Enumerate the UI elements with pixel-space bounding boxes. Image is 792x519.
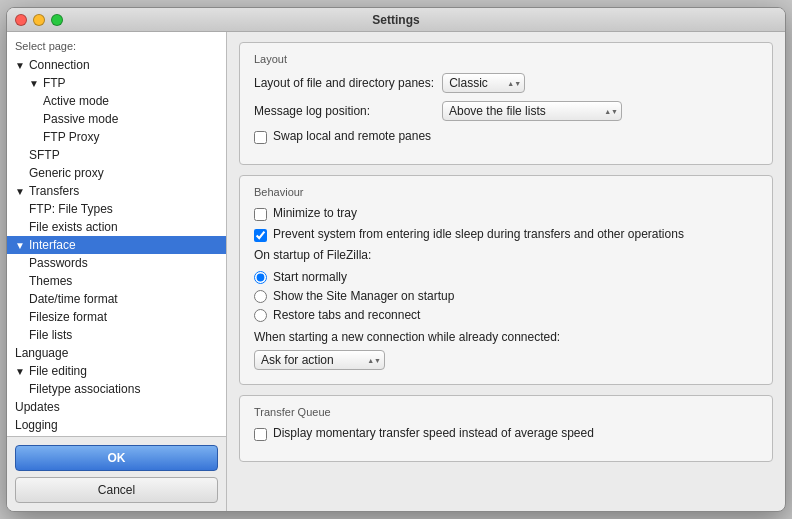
window-title: Settings	[372, 13, 419, 27]
message-log-select-wrapper: Above the file lists Below the file list…	[442, 101, 622, 121]
settings-window: Settings Select page: ▼Connection ▼FTP A…	[6, 7, 786, 512]
display-speed-row: Display momentary transfer speed instead…	[254, 426, 758, 441]
expand-icon: ▼	[15, 60, 25, 71]
ok-button[interactable]: OK	[15, 445, 218, 471]
radio-start-normally-input[interactable]	[254, 271, 267, 284]
radio-restore-tabs-label: Restore tabs and reconnect	[273, 308, 420, 322]
maximize-button[interactable]	[51, 14, 63, 26]
sidebar-item-generic-proxy[interactable]: Generic proxy	[7, 164, 226, 182]
sidebar-item-themes[interactable]: Themes	[7, 272, 226, 290]
sidebar-item-ftp-file-types[interactable]: FTP: File Types	[7, 200, 226, 218]
display-speed-checkbox[interactable]	[254, 428, 267, 441]
layout-select-wrapper: Classic Horizontal Vertical	[442, 73, 525, 93]
new-connection-select[interactable]: Ask for action Connect in new tab Discon…	[254, 350, 385, 370]
sidebar-item-filetype-assoc[interactable]: Filetype associations	[7, 380, 226, 398]
select-page-label: Select page:	[7, 38, 226, 56]
minimize-row: Minimize to tray	[254, 206, 758, 221]
layout-field-row: Layout of file and directory panes: Clas…	[254, 73, 758, 93]
sidebar-item-transfers[interactable]: ▼Transfers	[7, 182, 226, 200]
sidebar-item-active-mode[interactable]: Active mode	[7, 92, 226, 110]
layout-select[interactable]: Classic Horizontal Vertical	[442, 73, 525, 93]
display-speed-label: Display momentary transfer speed instead…	[273, 426, 594, 440]
close-button[interactable]	[15, 14, 27, 26]
swap-panes-label: Swap local and remote panes	[273, 129, 431, 143]
sidebar-item-connection[interactable]: ▼Connection	[7, 56, 226, 74]
radio-restore-tabs: Restore tabs and reconnect	[254, 308, 758, 322]
behaviour-section-title: Behaviour	[254, 186, 758, 198]
expand-icon: ▼	[29, 78, 39, 89]
minimize-label: Minimize to tray	[273, 206, 357, 220]
sidebar-item-passwords[interactable]: Passwords	[7, 254, 226, 272]
transfer-queue-title: Transfer Queue	[254, 406, 758, 418]
layout-section: Layout Layout of file and directory pane…	[239, 42, 773, 165]
sidebar-item-datetime-format[interactable]: Date/time format	[7, 290, 226, 308]
radio-start-normally: Start normally	[254, 270, 758, 284]
message-log-select[interactable]: Above the file lists Below the file list…	[442, 101, 622, 121]
behaviour-section: Behaviour Minimize to tray Prevent syste…	[239, 175, 773, 385]
sidebar-item-sftp[interactable]: SFTP	[7, 146, 226, 164]
main-content: Select page: ▼Connection ▼FTP Active mod…	[7, 32, 785, 511]
main-panel: Layout Layout of file and directory pane…	[227, 32, 785, 511]
new-connection-select-wrapper: Ask for action Connect in new tab Discon…	[254, 350, 385, 370]
sidebar: Select page: ▼Connection ▼FTP Active mod…	[7, 32, 227, 436]
cancel-button[interactable]: Cancel	[15, 477, 218, 503]
layout-section-title: Layout	[254, 53, 758, 65]
expand-icon: ▼	[15, 366, 25, 377]
layout-label: Layout of file and directory panes:	[254, 76, 434, 90]
message-log-field-row: Message log position: Above the file lis…	[254, 101, 758, 121]
sidebar-item-file-editing[interactable]: ▼File editing	[7, 362, 226, 380]
sidebar-buttons: OK Cancel	[7, 436, 226, 511]
radio-restore-tabs-input[interactable]	[254, 309, 267, 322]
minimize-checkbox[interactable]	[254, 208, 267, 221]
radio-site-manager-label: Show the Site Manager on startup	[273, 289, 454, 303]
message-log-label: Message log position:	[254, 104, 434, 118]
sidebar-item-filesize-format[interactable]: Filesize format	[7, 308, 226, 326]
prevent-sleep-label: Prevent system from entering idle sleep …	[273, 227, 684, 241]
sidebar-item-file-exists-action[interactable]: File exists action	[7, 218, 226, 236]
swap-panes-checkbox[interactable]	[254, 131, 267, 144]
sidebar-item-passive-mode[interactable]: Passive mode	[7, 110, 226, 128]
sidebar-item-interface[interactable]: ▼Interface	[7, 236, 226, 254]
minimize-button[interactable]	[33, 14, 45, 26]
prevent-sleep-row: Prevent system from entering idle sleep …	[254, 227, 758, 242]
startup-label: On startup of FileZilla:	[254, 248, 758, 262]
sidebar-item-ftp-proxy[interactable]: FTP Proxy	[7, 128, 226, 146]
sidebar-item-file-lists[interactable]: File lists	[7, 326, 226, 344]
expand-icon: ▼	[15, 186, 25, 197]
window-controls	[15, 14, 63, 26]
prevent-sleep-checkbox[interactable]	[254, 229, 267, 242]
radio-site-manager: Show the Site Manager on startup	[254, 289, 758, 303]
title-bar: Settings	[7, 8, 785, 32]
radio-site-manager-input[interactable]	[254, 290, 267, 303]
sidebar-item-language[interactable]: Language	[7, 344, 226, 362]
radio-start-normally-label: Start normally	[273, 270, 347, 284]
expand-icon: ▼	[15, 240, 25, 251]
sidebar-item-ftp[interactable]: ▼FTP	[7, 74, 226, 92]
sidebar-item-updates[interactable]: Updates	[7, 398, 226, 416]
new-connection-label: When starting a new connection while alr…	[254, 330, 758, 344]
sidebar-item-logging[interactable]: Logging	[7, 416, 226, 434]
transfer-queue-section: Transfer Queue Display momentary transfe…	[239, 395, 773, 462]
swap-panes-row: Swap local and remote panes	[254, 129, 758, 144]
